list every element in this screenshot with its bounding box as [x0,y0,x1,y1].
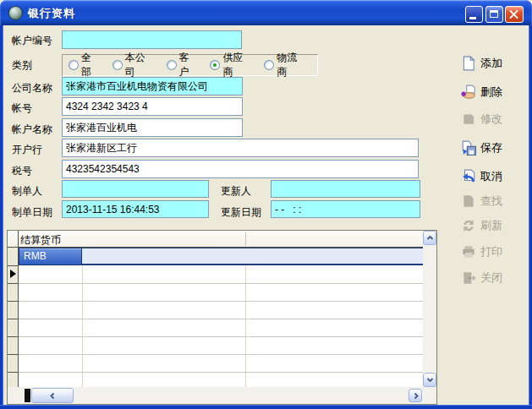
window-frame-bottom [0,405,532,409]
grid-cell-currency[interactable]: RMB [19,248,82,265]
scroll-right-button[interactable] [409,389,422,402]
delete-hand-icon [461,85,476,100]
radio-option-label: 客户 [179,51,200,79]
refresh-icon [461,218,476,233]
radio-option-3[interactable]: 供应商 [210,51,253,79]
action-label: 添加 [480,56,502,71]
action-label: 刷新 [480,218,502,233]
indicator-divider [8,336,19,337]
radio-option-1[interactable]: 本公司 [112,51,156,79]
titlebar: 银行资料 [0,0,532,25]
create-date-input[interactable] [62,200,209,218]
category-label: 类别 [12,58,32,73]
grid-row-line [19,372,429,373]
radio-option-label: 本公司 [125,51,156,79]
maximize-icon [490,10,498,18]
grid-header-row: 结算货币 [8,231,423,248]
chevron-left-icon [49,392,57,400]
chevron-down-icon [426,376,434,384]
close-button[interactable] [505,6,524,23]
bank-info-window: 银行资料 帐户编号 类别 全部本公司客户供应商物流商 公司名称 帐号 帐户名称 … [0,0,532,409]
window-frame-left [0,25,3,409]
indicator-divider [8,372,19,373]
bank-branch-label: 开户行 [12,143,42,157]
create-date-label: 制单日期 [12,205,52,220]
action-modify-button: 修改 [461,110,525,128]
grid-column-header-currency[interactable]: 结算货币 [20,233,61,248]
vertical-scrollbar[interactable] [423,231,436,387]
action-label: 查找 [480,194,502,209]
currency-grid: 结算货币 RMB [7,230,437,405]
action-close-door-button: 关闭 [461,269,525,287]
row-indicator-column [8,248,19,387]
radio-selected-icon [210,60,220,70]
scroll-left-button[interactable] [31,388,74,403]
action-label: 取消 [480,169,502,184]
indicator-divider [8,354,19,355]
minimize-button[interactable] [465,6,483,23]
print-icon [461,244,476,259]
radio-option-4[interactable]: 物流商 [264,51,307,79]
update-date-input[interactable] [271,200,420,218]
radio-option-label: 供应商 [222,51,253,79]
scrollbar-thumb[interactable] [25,389,30,402]
cancel-icon [461,169,476,184]
scroll-down-button[interactable] [423,373,436,387]
app-sphere-icon [8,6,23,20]
creator-input[interactable] [62,180,209,198]
grid-row-line [19,283,429,284]
bank-account-input[interactable] [62,97,243,116]
indicator-divider [8,265,19,266]
action-delete-hand-button[interactable]: 删除 [461,83,525,101]
save-icon [461,140,476,155]
chevron-right-icon [412,392,420,400]
radio-option-label: 全部 [81,51,101,79]
grid-header-stub [8,231,19,248]
close-door-icon [461,270,476,286]
account-name-input[interactable] [62,118,243,137]
tax-no-input[interactable] [62,160,419,178]
radio-icon [69,60,79,70]
bank-branch-input[interactable] [62,139,419,157]
company-name-input[interactable] [62,77,243,95]
maximize-button[interactable] [485,6,503,23]
action-add-doc-button[interactable]: 添加 [461,54,525,73]
action-refresh-button: 刷新 [461,216,525,235]
current-row-arrow-icon [10,270,16,278]
scroll-up-button[interactable] [423,231,436,245]
grid-row-line [19,336,429,337]
action-cancel-button[interactable]: 取消 [461,167,525,186]
radio-option-2[interactable]: 客户 [167,51,200,79]
radio-icon [167,60,177,70]
tax-no-label: 税号 [12,164,32,178]
minimize-icon [469,17,476,19]
grid-row-line [19,354,429,355]
company-name-label: 公司名称 [12,81,52,95]
action-label: 删除 [480,85,502,100]
bank-account-label: 帐号 [12,101,32,116]
indicator-divider [8,283,19,284]
updater-input[interactable] [271,180,420,198]
radio-option-0[interactable]: 全部 [69,51,101,79]
indicator-divider [8,301,19,302]
add-doc-icon [461,56,476,71]
indicator-divider [8,319,19,319]
action-save-button[interactable]: 保存 [461,139,525,157]
updater-label: 更新人 [221,184,251,199]
account-no-input[interactable] [62,30,242,49]
action-label: 保存 [480,140,502,155]
radio-icon [112,60,123,70]
grid-row-line [19,301,429,302]
category-radio-group: 全部本公司客户供应商物流商 [62,54,318,76]
find-icon [461,194,476,209]
scrollbar-corner [423,387,436,404]
grid-header-divider [245,232,246,246]
account-no-label: 帐户编号 [12,34,52,48]
creator-label: 制单人 [12,184,42,199]
radio-icon [264,60,274,70]
radio-option-label: 物流商 [277,51,307,79]
window-frame-right [529,25,532,409]
account-name-label: 帐户名称 [12,123,52,137]
action-label: 关闭 [480,270,502,286]
chevron-up-icon [426,234,434,242]
